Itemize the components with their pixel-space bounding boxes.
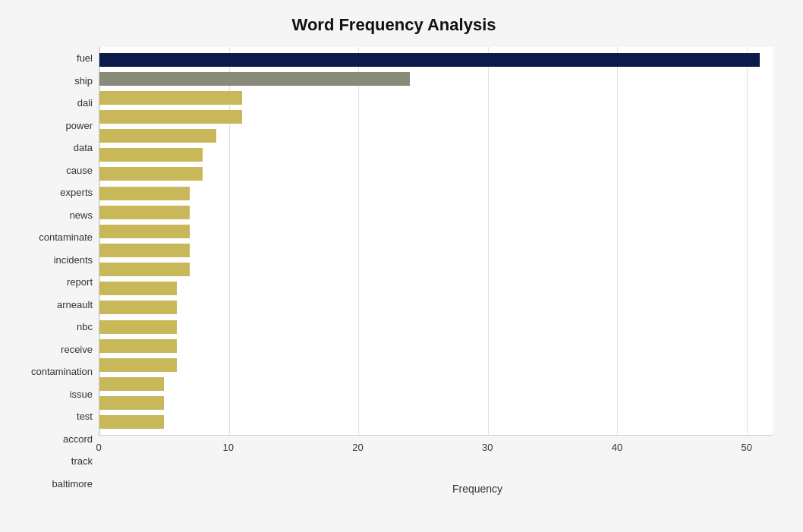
x-axis: 01020304050 [99,439,773,461]
y-labels: fuelshipdalipowerdatacauseexpertsnewscon… [15,47,99,495]
bar-fuel [99,53,760,67]
bar-row [99,242,773,259]
bar-track [99,396,164,410]
bar-contamination [99,320,177,334]
bar-incidents [99,225,190,238]
bar-power [99,110,242,124]
bar-row [99,71,773,87]
bar-cause [99,148,203,162]
y-label: incidents [54,250,93,269]
y-label: report [67,272,93,292]
x-tick: 40 [612,442,622,453]
bar-accord [99,377,164,391]
y-label: test [77,407,93,427]
bar-report [99,244,190,257]
x-tick: 50 [742,442,752,453]
bar-row [99,280,773,297]
y-label: accord [63,429,93,449]
bar-news [99,187,190,200]
bar-row [99,127,773,144]
bar-nbc [99,282,177,295]
bar-row [99,90,773,106]
chart-container: Word Frequency Analysis fuelshipdalipowe… [0,0,803,532]
y-label: contamination [31,362,93,382]
bar-test [99,358,177,372]
bar-row [99,357,773,373]
bars-inner [99,47,773,435]
y-label: track [71,452,93,471]
y-label: ship [74,71,93,90]
bar-dali [99,91,242,105]
bar-ship [99,72,410,86]
bar-row [99,376,773,392]
bar-row [99,185,773,202]
x-tick: 10 [223,442,234,453]
bar-row [99,395,773,411]
y-label: arneault [57,294,93,314]
bar-receive [99,301,177,314]
bar-row [99,52,773,68]
bar-row [99,146,773,163]
x-axis-title: Frequency [182,483,773,495]
bar-data [99,129,216,143]
y-label: cause [66,160,93,180]
bar-contaminate [99,206,190,219]
y-label: baltimore [52,474,93,493]
bar-row [99,414,773,430]
y-label: receive [61,339,93,359]
y-label: nbc [77,317,93,337]
bar-row [99,319,773,335]
bar-row [99,261,773,278]
y-label: experts [60,183,93,203]
x-tick: 30 [482,442,493,453]
y-label: contaminate [39,228,93,247]
bar-row [99,165,773,182]
y-label: issue [70,384,93,404]
bars-area [99,47,773,436]
bar-baltimore [99,415,164,429]
x-tick: 20 [352,442,363,453]
bar-row [99,223,773,240]
chart-title: Word Frequency Analysis [15,15,773,35]
y-label: fuel [77,49,93,68]
x-tick: 0 [96,442,101,453]
bar-issue [99,339,177,353]
bar-row [99,204,773,221]
bar-row [99,109,773,125]
y-label: news [70,205,93,225]
bar-arneault [99,263,190,276]
bar-experts [99,167,203,181]
bar-row [99,299,773,316]
y-label: dali [77,93,93,113]
y-label: power [66,115,93,135]
y-label: data [74,138,93,158]
chart-area: fuelshipdalipowerdatacauseexpertsnewscon… [15,47,773,495]
bar-row [99,338,773,354]
